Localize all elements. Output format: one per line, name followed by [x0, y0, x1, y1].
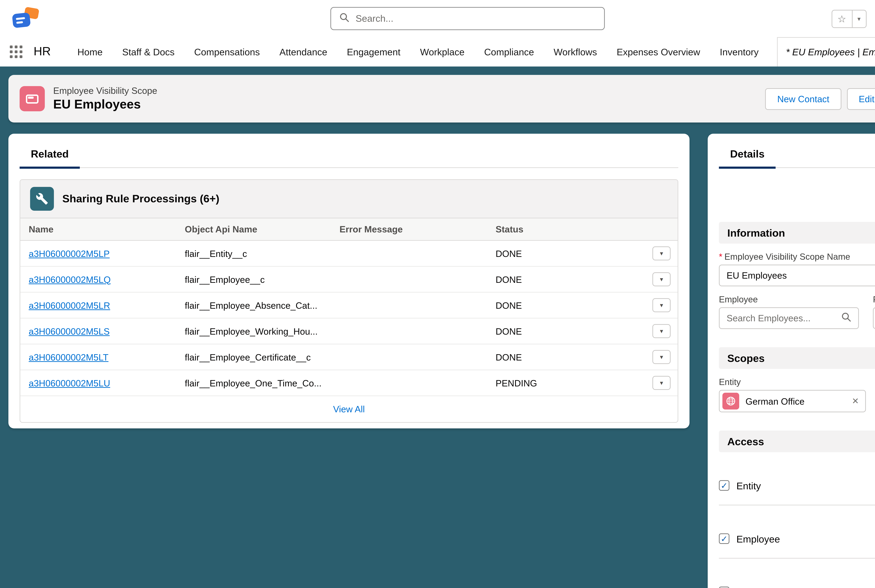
section-scopes: Scopes	[719, 347, 875, 369]
table-row: a3H06000002M5LR flair__Employee_Absence_…	[20, 292, 677, 318]
header-utilities: ☆ ▾ ?	[831, 7, 875, 30]
row-actions-chevron-button[interactable]: ▾	[652, 272, 671, 286]
remove-entity-icon[interactable]: ✕	[852, 396, 859, 406]
favorites-button[interactable]: ☆ ▾	[831, 9, 866, 28]
section-information: Information	[719, 222, 875, 244]
app-navigation-bar: HR Home Staff & Docs Compensations Atten…	[0, 37, 875, 66]
record-link[interactable]: a3H06000002M5LQ	[29, 274, 111, 285]
object-api-name-cell: flair__Employee_One_Time_Co...	[177, 370, 331, 396]
table-row: a3H06000002M5LT flair__Employee_Certific…	[20, 344, 677, 370]
status-cell: DONE	[487, 266, 644, 292]
nav-tabs: Home Staff & Docs Compensations Attendan…	[67, 37, 875, 66]
object-api-name-cell: flair__Employee_Certificate__c	[177, 344, 331, 370]
app-logo[interactable]	[10, 5, 45, 32]
page-title: EU Employees	[53, 97, 157, 112]
status-cell: DONE	[487, 292, 644, 318]
record-actions: New Contact Edit New Opportunity ▾	[765, 88, 875, 110]
nav-tab-staff-docs[interactable]: Staff & Docs	[112, 37, 184, 66]
globe-icon	[722, 393, 739, 410]
column-header-name[interactable]: Name	[20, 218, 177, 240]
scope-name-input[interactable]	[727, 270, 875, 281]
sharing-rule-processings-table: Name Object Api Name Error Message Statu…	[20, 218, 677, 396]
section-access: Access	[719, 430, 875, 452]
error-message-cell	[331, 240, 487, 266]
error-message-cell	[331, 266, 487, 292]
tab-details[interactable]: Details	[719, 145, 776, 169]
search-icon	[841, 312, 851, 324]
related-panel: Related Sharing Rule Processings (6+)	[8, 134, 689, 428]
app-window: ☆ ▾ ?	[0, 0, 875, 588]
global-header: ☆ ▾ ?	[0, 0, 875, 37]
column-header-actions	[644, 218, 677, 240]
global-search-input[interactable]	[356, 13, 596, 24]
employee-label: Employee	[719, 295, 859, 304]
record-link[interactable]: a3H06000002M5LS	[29, 326, 110, 336]
active-record-tab[interactable]: * EU Employees | Employe... ▾ ✕	[777, 37, 875, 66]
column-header-object-api-name[interactable]: Object Api Name	[177, 218, 331, 240]
related-tabs-row: Related	[19, 145, 678, 168]
new-contact-button[interactable]: New Contact	[765, 88, 841, 110]
employee-absence-category-access-label: Employee Absence Category	[736, 586, 863, 588]
scope-name-field[interactable]	[719, 265, 875, 286]
nav-tab-inventory[interactable]: Inventory	[710, 37, 769, 66]
wrench-icon	[30, 187, 54, 211]
favorites-star-icon[interactable]: ☆	[832, 10, 851, 27]
table-header-row: Name Object Api Name Error Message Statu…	[20, 218, 677, 240]
related-list-title[interactable]: Sharing Rule Processings (6+)	[62, 192, 219, 205]
required-asterisk: *	[719, 252, 722, 262]
row-actions-chevron-button[interactable]: ▾	[652, 350, 671, 364]
record-link[interactable]: a3H06000002M5LU	[29, 378, 110, 388]
employee-search-input[interactable]	[727, 313, 841, 323]
tab-related[interactable]: Related	[19, 145, 80, 169]
entity-pill[interactable]: German Office ✕	[719, 390, 866, 412]
edit-button[interactable]: Edit	[847, 88, 875, 110]
status-cell: DONE	[487, 344, 644, 370]
column-header-error-message[interactable]: Error Message	[331, 218, 487, 240]
console-background: Employee Visibility Scope EU Employees N…	[0, 66, 875, 588]
nav-tab-workflows[interactable]: Workflows	[544, 37, 607, 66]
view-all-link[interactable]: View All	[333, 404, 365, 414]
table-row: a3H06000002M5LS flair__Employee_Working_…	[20, 318, 677, 344]
employee-access-checkbox[interactable]: ✓	[719, 533, 730, 544]
object-api-name-cell: flair__Employee__c	[177, 266, 331, 292]
scope-name-label: * Employee Visibility Scope Name	[719, 252, 875, 262]
row-actions-chevron-button[interactable]: ▾	[652, 376, 671, 390]
status-cell: DONE	[487, 240, 644, 266]
nav-tab-workplace[interactable]: Workplace	[410, 37, 474, 66]
nav-tab-attendance[interactable]: Attendance	[270, 37, 337, 66]
public-group-select[interactable]: Europe Group ▾	[873, 307, 875, 329]
app-launcher-icon[interactable]	[10, 45, 22, 58]
employee-absence-category-access-checkbox[interactable]: ✓	[719, 586, 730, 588]
error-message-cell	[331, 318, 487, 344]
table-row: a3H06000002M5LP flair__Entity__c DONE ▾	[20, 240, 677, 266]
record-link[interactable]: a3H06000002M5LP	[29, 248, 110, 259]
row-actions-chevron-button[interactable]: ▾	[652, 246, 671, 260]
object-api-name-cell: flair__Employee_Working_Hou...	[177, 318, 331, 344]
table-row: a3H06000002M5LU flair__Employee_One_Time…	[20, 370, 677, 396]
record-type-label: Employee Visibility Scope	[53, 86, 157, 96]
record-link[interactable]: a3H06000002M5LT	[29, 352, 108, 362]
nav-tab-compensations[interactable]: Compensations	[184, 37, 270, 66]
favorites-chevron-icon[interactable]: ▾	[851, 10, 866, 27]
entity-access-label: Entity	[736, 480, 761, 491]
entity-access-checkbox[interactable]: ✓	[719, 480, 730, 491]
column-header-status[interactable]: Status	[487, 218, 644, 240]
access-row-employee-absence-category: ✓ Employee Absence Category Access Level…	[719, 559, 875, 588]
object-api-name-cell: flair__Employee_Absence_Cat...	[177, 292, 331, 318]
access-row-entity: ✓ Entity Access Level Read/Write ▾	[719, 452, 875, 506]
nav-tab-expenses-overview[interactable]: Expenses Overview	[607, 37, 710, 66]
status-cell: PENDING	[487, 370, 644, 396]
employee-search-field[interactable]	[719, 307, 859, 329]
employee-visibility-scope-icon	[19, 86, 45, 111]
row-actions-chevron-button[interactable]: ▾	[652, 324, 671, 338]
nav-tab-compliance[interactable]: Compliance	[474, 37, 544, 66]
status-cell: DONE	[487, 318, 644, 344]
details-tabs-row: Details	[719, 145, 875, 168]
nav-tab-engagement[interactable]: Engagement	[337, 37, 410, 66]
row-actions-chevron-button[interactable]: ▾	[652, 298, 671, 312]
record-link[interactable]: a3H06000002M5LR	[29, 300, 110, 310]
nav-tab-home[interactable]: Home	[67, 37, 112, 66]
error-message-cell	[331, 292, 487, 318]
global-search[interactable]	[330, 7, 605, 30]
details-panel: Details Re-Calculate Visibility Informat…	[708, 134, 875, 588]
